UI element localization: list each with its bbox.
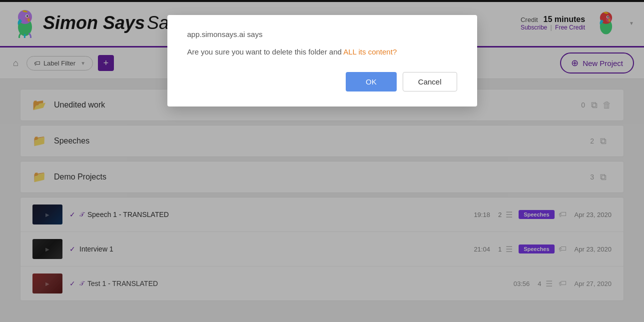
dialog-message: Are you sure you want to delete this fol… — [187, 48, 457, 56]
dialog-message-part1: Are you sure you want to delete this fol… — [187, 48, 342, 56]
dialog-message-highlight: ALL its content? — [343, 48, 397, 56]
dialog-buttons: OK Cancel — [187, 72, 457, 92]
dialog-title: app.simonsays.ai says — [187, 30, 457, 38]
dialog-cancel-button[interactable]: Cancel — [403, 72, 457, 92]
dialog: app.simonsays.ai says Are you sure you w… — [167, 15, 477, 106]
dialog-overlay: app.simonsays.ai says Are you sure you w… — [0, 0, 644, 322]
dialog-ok-button[interactable]: OK — [346, 72, 397, 92]
